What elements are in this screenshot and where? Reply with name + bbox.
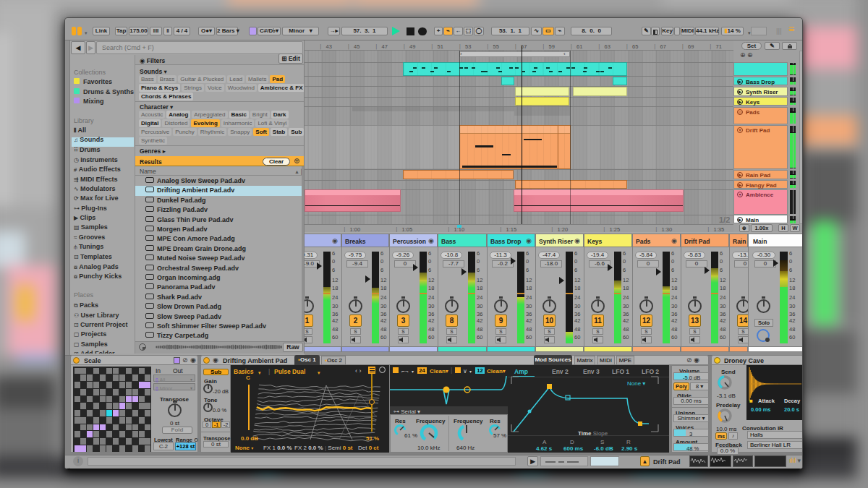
svg-text:0.00 ms: 0.00 ms	[751, 406, 771, 413]
svg-text:■: ■	[749, 398, 753, 404]
svg-text:Decay: Decay	[784, 398, 801, 404]
svg-text:20.0 s: 20.0 s	[784, 406, 799, 413]
svg-text:Attack: Attack	[758, 398, 775, 404]
